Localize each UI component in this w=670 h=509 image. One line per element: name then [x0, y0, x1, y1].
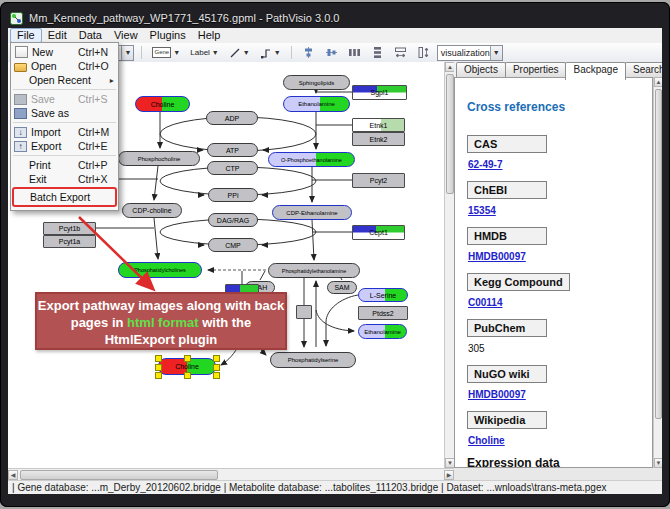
selection-handle[interactable] [184, 372, 191, 379]
pathway-node-etnk2[interactable]: Etnk2 [352, 132, 405, 146]
match-height-button[interactable] [414, 44, 433, 61]
menu-item-new[interactable]: NewCtrl+N [11, 45, 118, 59]
open-folder-icon [14, 63, 27, 72]
pathway-node-phosphatidylserine[interactable]: Phosphatidylserine [270, 352, 356, 368]
pathway-node-ptdss2[interactable]: Ptdss2 [358, 306, 408, 320]
pathway-node-dag-rag[interactable]: DAG/RAG [208, 213, 258, 227]
scroll-left-icon[interactable]: ◀ [8, 470, 18, 480]
window-title: Mm_Kennedy_pathway_WP1771_45176.gpml - P… [29, 12, 339, 24]
scroll-up-icon[interactable]: ▲ [654, 77, 662, 87]
distribute-vertical-icon [371, 46, 384, 59]
pathway-node-phosphocholine[interactable]: Phosphocholine [118, 151, 200, 166]
canvas-hscroll-thumb[interactable] [20, 470, 218, 480]
scroll-right-icon[interactable]: ▶ [444, 470, 454, 480]
pathway-node-sgpl1[interactable]: Sgpl1 [352, 85, 407, 100]
distribute-vertical-button[interactable] [368, 44, 387, 61]
menu-item-import[interactable]: ImportCtrl+M [11, 125, 118, 139]
xref-link[interactable]: HMDB00097 [468, 251, 652, 262]
xref-link[interactable]: 15354 [468, 205, 652, 216]
menu-item-save-as[interactable]: Save as [11, 106, 118, 120]
pathway-node-label: Etnk2 [370, 136, 388, 143]
label-button[interactable]: Label ▼ [187, 46, 222, 59]
selection-handle[interactable] [155, 364, 162, 371]
menubar-item-edit[interactable]: Edit [42, 29, 73, 42]
chevron-down-icon[interactable]: ▼ [121, 46, 133, 60]
pathway-node-ethanolamine-top[interactable]: Ethanolamine [283, 96, 350, 112]
menubar-item-data[interactable]: Data [73, 29, 108, 42]
pathway-node-adp[interactable]: ADP [206, 111, 258, 125]
sidebar-vertical-scrollbar[interactable]: ▲ ▼ [653, 77, 662, 468]
pathway-node-cept1[interactable]: Cept1 [352, 225, 405, 240]
tab-properties[interactable]: Properties [505, 62, 567, 78]
pathway-node-pcyt1b[interactable]: Pcyt1b [43, 222, 96, 235]
tab-objects[interactable]: Objects [456, 62, 506, 78]
pathway-node-ppi[interactable]: PPi [208, 188, 258, 202]
datanode-button[interactable]: Gene ▼ [149, 45, 183, 60]
pathway-node-cmp[interactable]: CMP [208, 238, 258, 252]
xref-link[interactable]: C00114 [468, 297, 652, 308]
chevron-down-icon[interactable]: ▼ [274, 49, 281, 56]
selection-handle[interactable] [213, 355, 220, 362]
pathway-node-o-phosphoethanolamine[interactable]: O-Phosphoethanolamine [268, 152, 355, 167]
menu-item-open[interactable]: OpenCtrl+O [11, 59, 118, 73]
pathway-node-pcyt1a[interactable]: Pcyt1a [43, 235, 96, 248]
pathway-node-sphingolipids[interactable]: Sphingolipids [283, 75, 350, 90]
xref-link[interactable]: 62-49-7 [468, 159, 652, 170]
menu-item-batch-export[interactable]: Batch Export [12, 187, 117, 207]
pathway-node-ctp[interactable]: CTP [207, 161, 258, 175]
pathway-node-cdp-ethanolamine[interactable]: CDP-Ethanolamine [272, 205, 352, 220]
pathway-node-atp[interactable]: ATP [207, 143, 258, 157]
canvas-vscroll-thumb[interactable] [446, 74, 454, 194]
selection-handle[interactable] [213, 364, 220, 371]
selection-handle[interactable] [155, 372, 162, 379]
scroll-down-icon[interactable]: ▼ [654, 458, 662, 468]
menubar-item-help[interactable]: Help [192, 29, 227, 42]
align-center-button[interactable] [299, 44, 318, 61]
chevron-down-icon[interactable]: ▼ [490, 46, 502, 60]
pathway-node-etnk1[interactable]: Etnk1 [352, 118, 405, 132]
menu-item-open-recent[interactable]: Open Recent▸ [11, 73, 118, 87]
chevron-down-icon[interactable]: ▼ [243, 49, 250, 56]
pathway-node-cdp-choline[interactable]: CDP-choline [122, 203, 182, 218]
sidebar-vscroll-thumb[interactable] [655, 89, 662, 419]
xref-title: NuGO wiki [467, 365, 547, 383]
match-width-button[interactable] [391, 44, 410, 61]
pathway-node-label: Choline [151, 101, 175, 108]
menubar-item-view[interactable]: View [108, 29, 144, 42]
xref-link[interactable]: Choline [468, 435, 652, 446]
menubar-item-file[interactable]: File [10, 28, 42, 43]
tab-backpage[interactable]: Backpage [565, 62, 625, 80]
chevron-down-icon[interactable]: ▼ [212, 49, 219, 56]
line-tool-button[interactable]: ▼ [226, 45, 253, 61]
xref-link[interactable]: HMDB00097 [468, 389, 652, 400]
selection-handle[interactable] [155, 355, 162, 362]
canvas-vertical-scrollbar[interactable]: ▲ ▼ [444, 62, 454, 468]
pathway-node-gene-box[interactable] [296, 305, 312, 319]
pathway-node-sam[interactable]: SAM [327, 281, 357, 294]
pathway-node-choline-top[interactable]: Choline [135, 96, 190, 112]
pathway-node-label: O-Phosphoethanolamine [281, 157, 342, 163]
app-content: FileEditDataViewPluginsHelp Zoom: 100% ▼… [8, 28, 662, 494]
pathway-node-l-serine[interactable]: L-Serine [358, 288, 408, 302]
menu-item-exit[interactable]: ExitCtrl+X [11, 172, 118, 186]
canvas-horizontal-scrollbar[interactable]: ◀ ▶ [8, 468, 454, 480]
pathway-node-label: SAM [334, 284, 349, 291]
distribute-horizontal-button[interactable] [345, 44, 364, 61]
connector-tool-button[interactable]: ▼ [257, 45, 284, 61]
pathway-node-ethanolamine-bottom[interactable]: Ethanolamine [358, 324, 407, 339]
chevron-down-icon[interactable]: ▼ [173, 49, 180, 56]
xref-section-hmdb: HMDBHMDB00097 [467, 226, 652, 262]
pathway-node-pcyt2[interactable]: Pcyt2 [352, 173, 405, 188]
tab-search[interactable]: Search [625, 62, 662, 78]
selection-handle[interactable] [184, 355, 191, 362]
align-middle-button[interactable] [322, 44, 341, 61]
menu-item-print[interactable]: PrintCtrl+P [11, 158, 118, 172]
pathway-node-label: Ethanolamine [364, 329, 401, 335]
menubar-item-plugins[interactable]: Plugins [144, 29, 192, 42]
menu-item-export[interactable]: ExportCtrl+E [11, 139, 118, 153]
pathway-node-phosphatidylcholines[interactable]: Phosphatidylcholines [118, 262, 202, 278]
selection-handle[interactable] [213, 372, 220, 379]
menu-item-save[interactable]: SaveCtrl+S [11, 92, 118, 106]
visualization-combobox[interactable]: visualization ▼ [437, 45, 503, 61]
pathway-node-phosphatidylethanolamine[interactable]: Phosphatidylethanolamine [268, 263, 360, 278]
